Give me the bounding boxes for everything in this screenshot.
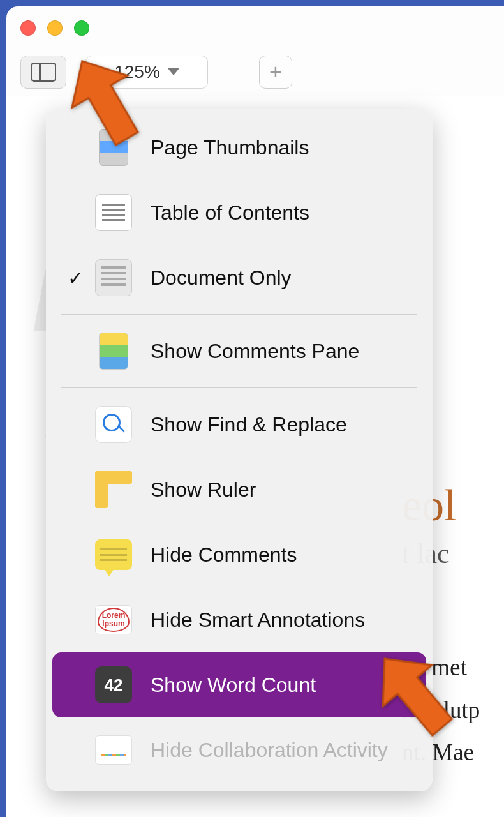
close-window-button[interactable] <box>20 20 36 36</box>
collaboration-icon <box>92 728 135 772</box>
comments-pane-icon <box>92 329 135 373</box>
menu-label: Table of Contents <box>151 201 309 225</box>
menu-label: Show Comments Pane <box>151 340 359 363</box>
toc-icon <box>92 191 135 234</box>
menu-item-show-ruler[interactable]: Show Ruler <box>52 457 426 522</box>
menu-item-show-comments-pane[interactable]: Show Comments Pane <box>52 319 426 384</box>
menu-label: Show Find & Replace <box>151 413 347 437</box>
menu-item-show-find-replace[interactable]: Show Find & Replace <box>52 392 426 457</box>
ruler-icon <box>92 468 135 511</box>
menu-label: Hide Smart Annotations <box>151 608 365 632</box>
menu-label: Hide Collaboration Activity <box>151 738 388 762</box>
chevron-down-icon <box>168 68 179 75</box>
fullscreen-window-button[interactable] <box>74 20 89 36</box>
app-window: 125% + eol t lac it amet n volutp nt. Ma… <box>6 6 504 817</box>
smart-annotations-icon: Lorem Ipsum <box>92 598 135 641</box>
menu-label: Show Ruler <box>151 478 256 502</box>
menu-label: Document Only <box>151 266 292 290</box>
comment-icon <box>92 533 135 576</box>
document-only-icon <box>92 256 135 299</box>
menu-item-hide-smart-annotations[interactable]: Lorem Ipsum Hide Smart Annotations <box>52 587 426 652</box>
menu-checkmark: ✓ <box>68 267 92 289</box>
menu-label: Page Thumbnails <box>151 136 309 160</box>
menu-item-table-of-contents[interactable]: Table of Contents <box>52 180 426 245</box>
titlebar <box>6 6 504 50</box>
menu-label: Hide Comments <box>151 543 297 567</box>
menu-label: Show Word Count <box>151 673 316 697</box>
menu-item-document-only[interactable]: ✓ Document Only <box>52 245 426 310</box>
menu-item-hide-collaboration-activity: Hide Collaboration Activity <box>52 717 426 783</box>
search-icon <box>92 403 135 446</box>
menu-separator <box>61 387 417 388</box>
add-page-button[interactable]: + <box>259 56 292 89</box>
word-count-icon: 42 <box>92 663 135 707</box>
minimize-window-button[interactable] <box>47 20 63 36</box>
menu-separator <box>61 314 417 315</box>
menu-item-hide-comments[interactable]: Hide Comments <box>52 522 426 587</box>
